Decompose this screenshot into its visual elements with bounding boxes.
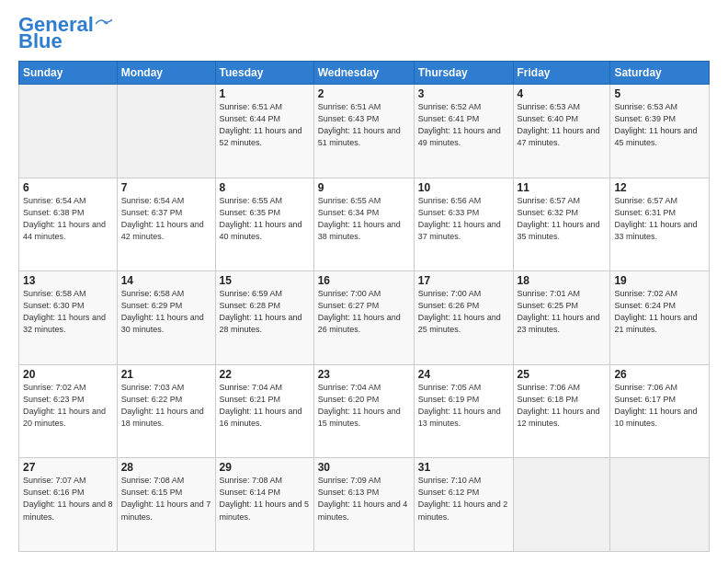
calendar-cell: 2Sunrise: 6:51 AMSunset: 6:43 PMDaylight… — [313, 85, 414, 178]
day-number: 17 — [418, 274, 509, 287]
day-info: Sunrise: 7:07 AMSunset: 6:16 PMDaylight:… — [23, 475, 113, 523]
bird-icon — [96, 18, 112, 29]
day-number: 26 — [614, 368, 705, 381]
day-info: Sunrise: 7:01 AMSunset: 6:25 PMDaylight:… — [518, 288, 607, 336]
day-number: 22 — [220, 368, 310, 381]
day-info: Sunrise: 6:59 AMSunset: 6:28 PMDaylight:… — [220, 288, 310, 336]
day-number: 30 — [318, 461, 410, 474]
day-info: Sunrise: 6:54 AMSunset: 6:38 PMDaylight:… — [23, 195, 113, 243]
day-number: 12 — [614, 181, 705, 194]
calendar-cell: 5Sunrise: 6:53 AMSunset: 6:39 PMDaylight… — [610, 85, 710, 178]
weekday-header-wednesday: Wednesday — [313, 62, 414, 85]
week-row-4: 20Sunrise: 7:02 AMSunset: 6:23 PMDayligh… — [19, 364, 710, 458]
calendar-cell: 20Sunrise: 7:02 AMSunset: 6:23 PMDayligh… — [19, 364, 118, 458]
day-number: 31 — [418, 461, 509, 474]
calendar-cell: 16Sunrise: 7:00 AMSunset: 6:27 PMDayligh… — [313, 271, 414, 365]
week-row-3: 13Sunrise: 6:58 AMSunset: 6:30 PMDayligh… — [19, 271, 710, 365]
day-number: 15 — [220, 274, 310, 287]
calendar-cell — [117, 85, 215, 178]
day-info: Sunrise: 7:00 AMSunset: 6:27 PMDaylight:… — [318, 288, 410, 336]
calendar-cell: 6Sunrise: 6:54 AMSunset: 6:38 PMDaylight… — [19, 178, 118, 271]
day-number: 28 — [121, 461, 211, 474]
calendar-cell: 9Sunrise: 6:55 AMSunset: 6:34 PMDaylight… — [313, 178, 414, 271]
day-info: Sunrise: 7:05 AMSunset: 6:19 PMDaylight:… — [418, 382, 509, 430]
calendar-cell: 23Sunrise: 7:04 AMSunset: 6:20 PMDayligh… — [313, 364, 414, 458]
day-info: Sunrise: 6:57 AMSunset: 6:31 PMDaylight:… — [614, 195, 705, 243]
day-info: Sunrise: 7:00 AMSunset: 6:26 PMDaylight:… — [418, 288, 509, 336]
day-number: 29 — [220, 461, 310, 474]
weekday-header-tuesday: Tuesday — [215, 62, 313, 85]
day-info: Sunrise: 6:57 AMSunset: 6:32 PMDaylight:… — [518, 195, 607, 243]
calendar-cell: 10Sunrise: 6:56 AMSunset: 6:33 PMDayligh… — [414, 178, 513, 271]
day-info: Sunrise: 7:09 AMSunset: 6:13 PMDaylight:… — [318, 475, 410, 523]
day-info: Sunrise: 7:04 AMSunset: 6:21 PMDaylight:… — [220, 382, 310, 430]
day-number: 11 — [518, 181, 607, 194]
weekday-header-monday: Monday — [117, 62, 215, 85]
day-info: Sunrise: 6:56 AMSunset: 6:33 PMDaylight:… — [418, 195, 509, 243]
logo-blue: Blue — [18, 31, 63, 52]
day-number: 19 — [614, 274, 705, 287]
calendar-cell: 14Sunrise: 6:58 AMSunset: 6:29 PMDayligh… — [117, 271, 215, 365]
weekday-header-row: SundayMondayTuesdayWednesdayThursdayFrid… — [19, 62, 710, 85]
calendar-cell: 11Sunrise: 6:57 AMSunset: 6:32 PMDayligh… — [513, 178, 610, 271]
calendar-cell: 27Sunrise: 7:07 AMSunset: 6:16 PMDayligh… — [19, 458, 118, 552]
day-info: Sunrise: 6:54 AMSunset: 6:37 PMDaylight:… — [121, 195, 211, 243]
calendar-cell — [610, 458, 710, 552]
day-number: 6 — [23, 181, 113, 194]
day-info: Sunrise: 7:02 AMSunset: 6:23 PMDaylight:… — [23, 382, 113, 430]
week-row-1: 1Sunrise: 6:51 AMSunset: 6:44 PMDaylight… — [19, 85, 710, 178]
day-info: Sunrise: 6:53 AMSunset: 6:39 PMDaylight:… — [614, 101, 705, 149]
day-info: Sunrise: 6:58 AMSunset: 6:29 PMDaylight:… — [121, 288, 211, 336]
calendar-cell: 30Sunrise: 7:09 AMSunset: 6:13 PMDayligh… — [313, 458, 414, 552]
day-number: 1 — [220, 87, 310, 100]
day-number: 16 — [318, 274, 410, 287]
weekday-header-friday: Friday — [513, 62, 610, 85]
calendar-cell: 26Sunrise: 7:06 AMSunset: 6:17 PMDayligh… — [610, 364, 710, 458]
day-info: Sunrise: 6:55 AMSunset: 6:34 PMDaylight:… — [318, 195, 410, 243]
weekday-header-sunday: Sunday — [19, 62, 118, 85]
calendar-cell: 28Sunrise: 7:08 AMSunset: 6:15 PMDayligh… — [117, 458, 215, 552]
day-number: 27 — [23, 461, 113, 474]
page: General Blue SundayMondayTuesdayWednesda… — [0, 0, 728, 563]
day-info: Sunrise: 7:06 AMSunset: 6:17 PMDaylight:… — [614, 382, 705, 430]
calendar-table: SundayMondayTuesdayWednesdayThursdayFrid… — [18, 61, 710, 552]
day-info: Sunrise: 7:08 AMSunset: 6:15 PMDaylight:… — [121, 475, 211, 523]
calendar-cell: 1Sunrise: 6:51 AMSunset: 6:44 PMDaylight… — [215, 85, 313, 178]
day-info: Sunrise: 7:10 AMSunset: 6:12 PMDaylight:… — [418, 475, 509, 523]
day-info: Sunrise: 7:03 AMSunset: 6:22 PMDaylight:… — [121, 382, 211, 430]
day-number: 5 — [614, 87, 705, 100]
calendar-cell: 7Sunrise: 6:54 AMSunset: 6:37 PMDaylight… — [117, 178, 215, 271]
week-row-2: 6Sunrise: 6:54 AMSunset: 6:38 PMDaylight… — [19, 178, 710, 271]
week-row-5: 27Sunrise: 7:07 AMSunset: 6:16 PMDayligh… — [19, 458, 710, 552]
day-number: 9 — [318, 181, 410, 194]
day-number: 8 — [220, 181, 310, 194]
calendar-cell: 25Sunrise: 7:06 AMSunset: 6:18 PMDayligh… — [513, 364, 610, 458]
calendar-cell: 3Sunrise: 6:52 AMSunset: 6:41 PMDaylight… — [414, 85, 513, 178]
day-number: 21 — [121, 368, 211, 381]
calendar-cell: 8Sunrise: 6:55 AMSunset: 6:35 PMDaylight… — [215, 178, 313, 271]
calendar-cell: 29Sunrise: 7:08 AMSunset: 6:14 PMDayligh… — [215, 458, 313, 552]
day-number: 25 — [518, 368, 607, 381]
calendar-cell: 24Sunrise: 7:05 AMSunset: 6:19 PMDayligh… — [414, 364, 513, 458]
day-number: 4 — [518, 87, 607, 100]
calendar-cell: 19Sunrise: 7:02 AMSunset: 6:24 PMDayligh… — [610, 271, 710, 365]
day-number: 14 — [121, 274, 211, 287]
weekday-header-thursday: Thursday — [414, 62, 513, 85]
day-number: 3 — [418, 87, 509, 100]
day-info: Sunrise: 6:51 AMSunset: 6:44 PMDaylight:… — [220, 101, 310, 149]
day-number: 24 — [418, 368, 509, 381]
day-info: Sunrise: 7:02 AMSunset: 6:24 PMDaylight:… — [614, 288, 705, 336]
logo: General Blue — [18, 15, 112, 52]
day-info: Sunrise: 6:52 AMSunset: 6:41 PMDaylight:… — [418, 101, 509, 149]
calendar-cell: 4Sunrise: 6:53 AMSunset: 6:40 PMDaylight… — [513, 85, 610, 178]
day-number: 20 — [23, 368, 113, 381]
day-info: Sunrise: 6:51 AMSunset: 6:43 PMDaylight:… — [318, 101, 410, 149]
calendar-cell: 18Sunrise: 7:01 AMSunset: 6:25 PMDayligh… — [513, 271, 610, 365]
day-number: 2 — [318, 87, 410, 100]
header: General Blue — [18, 15, 710, 52]
calendar-cell: 17Sunrise: 7:00 AMSunset: 6:26 PMDayligh… — [414, 271, 513, 365]
calendar-cell: 12Sunrise: 6:57 AMSunset: 6:31 PMDayligh… — [610, 178, 710, 271]
day-info: Sunrise: 6:53 AMSunset: 6:40 PMDaylight:… — [518, 101, 607, 149]
calendar-cell — [19, 85, 118, 178]
day-number: 7 — [121, 181, 211, 194]
